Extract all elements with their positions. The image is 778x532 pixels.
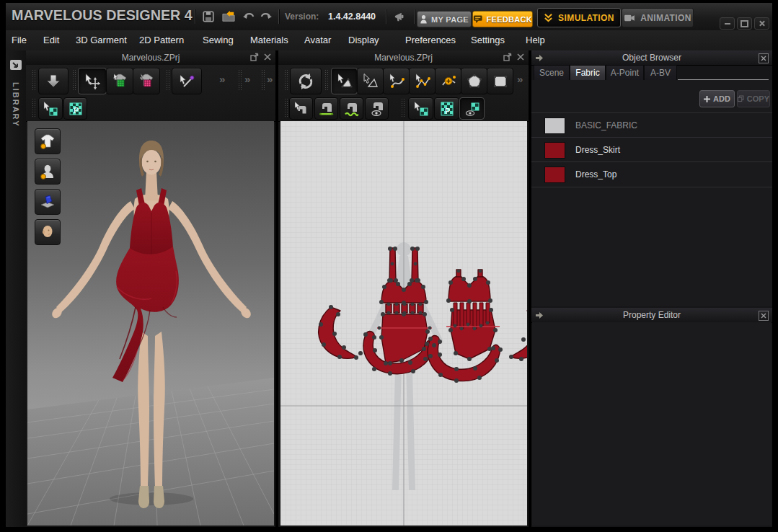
edit-curvature-tool-button[interactable] (383, 68, 410, 94)
segment-sewing-tool-button[interactable] (314, 97, 338, 120)
cursor-triangle-outline-icon (362, 73, 379, 90)
sync-panels-button[interactable] (290, 68, 322, 94)
menu-2d-pattern[interactable]: 2D Pattern (139, 35, 184, 45)
open-button[interactable] (221, 9, 237, 25)
viewport-2d-canvas[interactable] (280, 121, 527, 526)
undo-button[interactable] (241, 9, 257, 25)
toolbar-grip[interactable] (166, 69, 169, 91)
copy-fabric-button[interactable]: COPY (737, 90, 770, 107)
menu-edit[interactable]: Edit (43, 35, 59, 45)
show-texture-button[interactable] (459, 97, 485, 120)
menu-settings[interactable]: Settings (471, 35, 505, 45)
select-move-tool-button[interactable] (78, 68, 107, 94)
add-fabric-button[interactable]: ADD (699, 90, 735, 107)
copy-icon (738, 95, 744, 102)
create-polygon-tool-button[interactable] (461, 68, 487, 94)
pattern-texture-3d-button[interactable]: P (63, 97, 87, 120)
simulation-mode-button[interactable]: SIMULATION (537, 8, 621, 27)
edit-pattern-tool-button[interactable] (357, 68, 384, 94)
menu-sewing[interactable]: Sewing (203, 35, 234, 45)
animation-mode-button[interactable]: ANIMATION (622, 8, 694, 27)
menu-avatar[interactable]: Avatar (304, 35, 331, 45)
cursor-checker-icon (413, 101, 429, 117)
close-panel-icon[interactable] (263, 53, 272, 61)
add-point-tool-button[interactable] (435, 68, 461, 94)
show-avatar-skin-button[interactable] (35, 219, 61, 245)
save-button[interactable] (200, 9, 216, 25)
edit-texture-3d-button[interactable] (38, 97, 63, 120)
animation-label: ANIMATION (640, 13, 691, 23)
property-editor-header[interactable]: Property Editor (531, 308, 772, 323)
object-browser-title: Object Browser (622, 53, 681, 63)
library-tab[interactable] (9, 59, 22, 71)
feedback-button[interactable]: FEEDBACK (472, 11, 533, 27)
toolbar-grip[interactable] (261, 69, 265, 91)
announcement-button[interactable] (392, 9, 408, 25)
show-avatar-button[interactable] (35, 159, 61, 185)
menu-materials[interactable]: Materials (250, 35, 288, 45)
viewport-3d-canvas[interactable] (27, 121, 274, 526)
pin-mesh-tool-button[interactable] (133, 68, 160, 94)
object-browser-content: ADD COPY BASIC_FABRIC Dress_Skirt Dress_… (531, 80, 772, 306)
show-sewing-icon (369, 101, 385, 117)
gizmo-wand-tool-button[interactable] (172, 68, 202, 94)
toolbar-grip[interactable] (284, 69, 288, 91)
drop-garment-arrow-button[interactable] (38, 68, 68, 94)
edit-texture-2d-button[interactable] (408, 97, 433, 120)
transform-pattern-tool-button[interactable] (331, 68, 358, 94)
show-sewing-tool-button[interactable] (365, 97, 389, 120)
menu-display[interactable]: Display (348, 35, 379, 45)
minimize-button[interactable] (720, 17, 735, 30)
toolbar-grip[interactable] (401, 98, 405, 117)
fabric-box-icon (39, 193, 56, 210)
close-object-browser-button[interactable] (759, 53, 769, 63)
menu-help[interactable]: Help (526, 35, 545, 45)
menu-3d-garment[interactable]: 3D Garment (76, 35, 127, 45)
tab-fabric[interactable]: Fabric (570, 65, 606, 80)
close-button[interactable] (754, 17, 769, 30)
video-camera-icon (624, 14, 635, 22)
show-garment-button[interactable] (35, 128, 61, 154)
show-fabric-button[interactable] (35, 189, 61, 215)
toolbar-overflow[interactable]: » (267, 73, 273, 85)
maximize-button[interactable] (737, 17, 752, 30)
object-browser-header[interactable]: Object Browser (531, 50, 772, 66)
version-label: Version: (285, 12, 319, 22)
feedback-label: FEEDBACK (486, 15, 532, 24)
edit-sewing-tool-button[interactable] (289, 97, 313, 120)
library-label[interactable]: LIBRARY (12, 82, 20, 127)
select-mesh-tool-button[interactable] (106, 68, 133, 94)
toolbar-overflow[interactable]: » (517, 73, 523, 85)
tab-a-point[interactable]: A-Point (606, 65, 644, 80)
redo-button[interactable] (258, 9, 274, 25)
pattern-texture-2d-button[interactable]: P (434, 97, 459, 120)
popout-icon[interactable] (250, 53, 259, 61)
free-sewing-tool-button[interactable] (340, 97, 363, 120)
toolbar-grip[interactable] (238, 69, 242, 91)
menu-preferences[interactable]: Preferences (405, 35, 456, 45)
toolbar-overflow[interactable]: » (219, 73, 225, 85)
avatar-3d-scene (27, 121, 274, 526)
edit-curve-point-tool-button[interactable] (409, 68, 436, 94)
toolbar-grip[interactable] (284, 98, 288, 117)
panel-2d-toolbar: » P (278, 65, 529, 122)
fabric-row-dress-top[interactable]: Dress_Top (531, 161, 772, 187)
cursor-sewing-icon (293, 101, 309, 117)
fabric-row-basic-fabric[interactable]: BASIC_FABRIC (531, 112, 772, 138)
wand-icon (178, 73, 195, 90)
create-rectangle-tool-button[interactable] (487, 68, 513, 94)
toolbar-overflow[interactable]: » (244, 73, 250, 85)
close-property-editor-button[interactable] (759, 311, 769, 321)
tab-a-bv[interactable]: A-BV (644, 65, 677, 80)
my-page-button[interactable]: MY PAGE (417, 11, 472, 27)
my-page-label: MY PAGE (431, 15, 469, 24)
toolbar-grip[interactable] (324, 69, 328, 91)
close-panel-icon[interactable] (516, 53, 525, 61)
toolbar-grip[interactable] (72, 69, 76, 91)
fabric-row-dress-skirt[interactable]: Dress_Skirt (531, 137, 772, 162)
tab-scene[interactable]: Scene (534, 65, 570, 80)
popout-icon[interactable] (503, 53, 512, 61)
toolbar-grip[interactable] (32, 69, 35, 91)
toolbar-grip[interactable] (32, 98, 35, 117)
menu-file[interactable]: File (12, 35, 27, 45)
